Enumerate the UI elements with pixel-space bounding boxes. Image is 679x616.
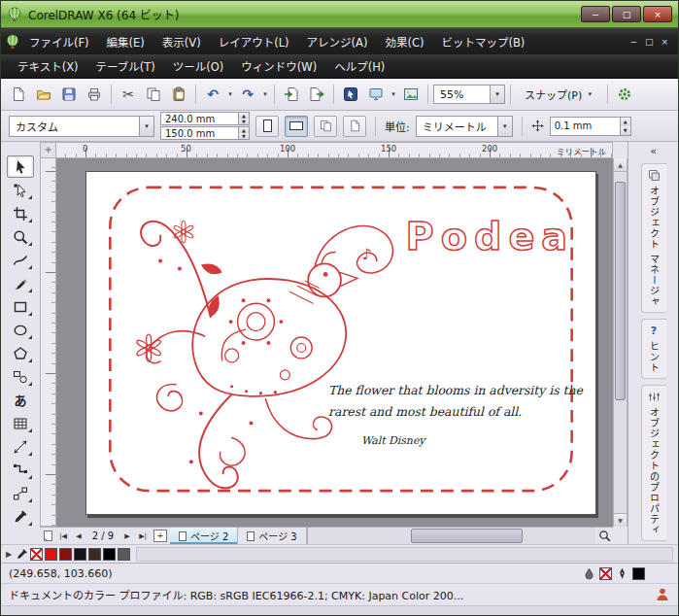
dimension-tool[interactable] bbox=[7, 435, 34, 458]
shape-tool[interactable] bbox=[7, 179, 34, 201]
menu-help[interactable]: ヘルプ(H) bbox=[325, 54, 393, 78]
ellipse-tool[interactable] bbox=[7, 319, 34, 341]
page-flip-button[interactable] bbox=[40, 529, 55, 544]
menu-layout[interactable]: レイアウト(L) bbox=[210, 30, 298, 53]
menu-text[interactable]: テキスト(X) bbox=[9, 54, 87, 78]
export-button[interactable] bbox=[305, 83, 328, 106]
portrait-orientation-button[interactable] bbox=[255, 116, 279, 137]
horizontal-scrollbar[interactable] bbox=[307, 528, 595, 544]
open-button[interactable] bbox=[32, 83, 55, 106]
color-swatch[interactable] bbox=[59, 548, 72, 561]
quick-zoom-button[interactable] bbox=[595, 529, 613, 544]
next-page-button[interactable]: ▶ bbox=[119, 529, 135, 544]
previous-page-button[interactable]: ◀ bbox=[71, 529, 86, 544]
page-height-field[interactable]: 150.0 mm ▲▼ bbox=[160, 126, 250, 140]
units-combo[interactable]: ミリメートル ▾ bbox=[416, 116, 513, 137]
page-height-spinner[interactable]: ▲▼ bbox=[238, 127, 249, 139]
current-page-button[interactable] bbox=[343, 116, 366, 137]
maximize-button[interactable]: □ bbox=[612, 6, 641, 22]
color-swatch[interactable] bbox=[118, 548, 130, 561]
menu-view[interactable]: 表示(V) bbox=[153, 30, 210, 53]
nudge-distance-field[interactable]: 0.1 mm ▲▼ bbox=[550, 117, 631, 136]
rectangle-tool[interactable] bbox=[7, 295, 34, 318]
nudge-spinner[interactable]: ▲▼ bbox=[620, 118, 630, 135]
units-combo-arrow[interactable]: ▾ bbox=[497, 117, 512, 136]
menu-arrange[interactable]: アレンジ(A) bbox=[298, 30, 377, 53]
docker-tab-hints[interactable]: ? ヒント bbox=[641, 319, 666, 379]
artistic-media-tool[interactable] bbox=[7, 272, 34, 294]
minimize-button[interactable]: − bbox=[581, 6, 610, 22]
new-document-button[interactable] bbox=[7, 83, 30, 106]
application-launcher-button[interactable] bbox=[339, 83, 362, 106]
no-color-swatch[interactable] bbox=[30, 548, 43, 561]
redo-dropdown[interactable]: ▾ bbox=[261, 90, 269, 98]
bird-ornament[interactable] bbox=[136, 222, 393, 489]
undo-dropdown[interactable]: ▾ bbox=[226, 90, 234, 98]
vertical-ruler[interactable] bbox=[40, 158, 56, 527]
docker-tab-object-properties[interactable]: オブジェクトのプロパティ bbox=[641, 385, 666, 541]
all-pages-button[interactable] bbox=[314, 116, 337, 137]
docker-tab-object-manager[interactable]: オブジェクト マネージャ bbox=[641, 163, 666, 313]
basic-shapes-tool[interactable] bbox=[7, 365, 34, 388]
color-swatch[interactable] bbox=[74, 548, 86, 561]
color-swatch[interactable] bbox=[45, 548, 57, 561]
blend-tool[interactable] bbox=[7, 482, 34, 504]
quote-line1[interactable]: The flower that blooms in adversity is t… bbox=[328, 383, 583, 397]
zoom-combo-arrow[interactable]: ▾ bbox=[490, 86, 504, 103]
menu-tools[interactable]: ツール(O) bbox=[164, 54, 233, 78]
page-width-field[interactable]: 240.0 mm ▲▼ bbox=[160, 112, 250, 125]
scroll-down-arrow[interactable]: ▼ bbox=[614, 513, 627, 527]
page-tab-3[interactable]: ページ 3 bbox=[238, 528, 306, 544]
cut-button[interactable]: ✂ bbox=[117, 83, 140, 106]
welcome-screen-button[interactable] bbox=[399, 83, 423, 106]
zoom-tool[interactable] bbox=[7, 225, 34, 248]
quote-author[interactable]: Walt Disney bbox=[361, 434, 426, 447]
last-page-button[interactable]: ▶| bbox=[135, 529, 151, 544]
menu-window[interactable]: ウィンドウ(W) bbox=[232, 54, 325, 78]
palette-eyedropper-icon[interactable] bbox=[16, 548, 28, 561]
color-eyedropper-tool[interactable] bbox=[7, 505, 34, 528]
add-page-button[interactable]: + bbox=[153, 530, 167, 542]
zoom-level-combo[interactable]: 55% ▾ bbox=[433, 85, 505, 104]
preview-dropdown[interactable]: ▾ bbox=[390, 90, 397, 98]
doc-close-button[interactable]: × bbox=[661, 37, 668, 47]
landscape-orientation-button[interactable] bbox=[285, 116, 308, 137]
brand-text[interactable]: Podea bbox=[406, 214, 575, 258]
snap-to-button[interactable]: スナップ(P) ▾ bbox=[516, 84, 602, 105]
horizontal-scroll-thumb[interactable] bbox=[411, 529, 523, 543]
pick-tool[interactable] bbox=[7, 155, 34, 178]
freehand-tool[interactable] bbox=[7, 249, 34, 271]
ruler-origin-button[interactable]: ✛ bbox=[40, 142, 56, 158]
vertical-scrollbar[interactable]: ▲ ▼ bbox=[613, 158, 628, 527]
drawing-canvas[interactable]: Podea bbox=[56, 158, 613, 527]
options-button[interactable] bbox=[613, 83, 636, 106]
redo-button[interactable]: ↷ bbox=[236, 83, 259, 106]
copy-button[interactable] bbox=[142, 83, 165, 106]
menu-bitmaps[interactable]: ビットマップ(B) bbox=[432, 30, 533, 53]
close-button[interactable]: × bbox=[643, 6, 672, 22]
save-button[interactable] bbox=[57, 83, 81, 106]
text-tool[interactable]: あ bbox=[7, 389, 34, 411]
paste-button[interactable] bbox=[167, 83, 190, 106]
color-swatch[interactable] bbox=[88, 548, 101, 561]
quote-line2[interactable]: rarest and most beautiful of all. bbox=[328, 404, 522, 419]
color-swatch[interactable] bbox=[103, 548, 116, 561]
connector-tool[interactable] bbox=[7, 459, 34, 481]
menu-file[interactable]: ファイル(F) bbox=[20, 30, 98, 53]
import-button[interactable] bbox=[280, 83, 303, 106]
table-tool[interactable] bbox=[7, 412, 34, 434]
preset-combo-arrow[interactable]: ▾ bbox=[139, 117, 153, 136]
doc-restore-button[interactable]: □ bbox=[645, 37, 654, 47]
page-width-spinner[interactable]: ▲▼ bbox=[238, 113, 249, 124]
fullscreen-preview-button[interactable] bbox=[364, 83, 388, 106]
user-indicator[interactable] bbox=[655, 587, 670, 602]
first-page-button[interactable]: |◀ bbox=[55, 529, 71, 544]
polygon-tool[interactable] bbox=[7, 342, 34, 364]
doc-minimize-button[interactable]: − bbox=[629, 37, 637, 47]
crop-tool[interactable] bbox=[7, 202, 34, 224]
menu-edit[interactable]: 編集(E) bbox=[98, 30, 153, 53]
document-page[interactable]: Podea bbox=[85, 171, 596, 515]
vertical-scroll-thumb[interactable] bbox=[615, 182, 626, 400]
page-size-preset-combo[interactable]: カスタム ▾ bbox=[9, 116, 154, 137]
page-tab-2[interactable]: ページ 2 bbox=[170, 528, 238, 544]
